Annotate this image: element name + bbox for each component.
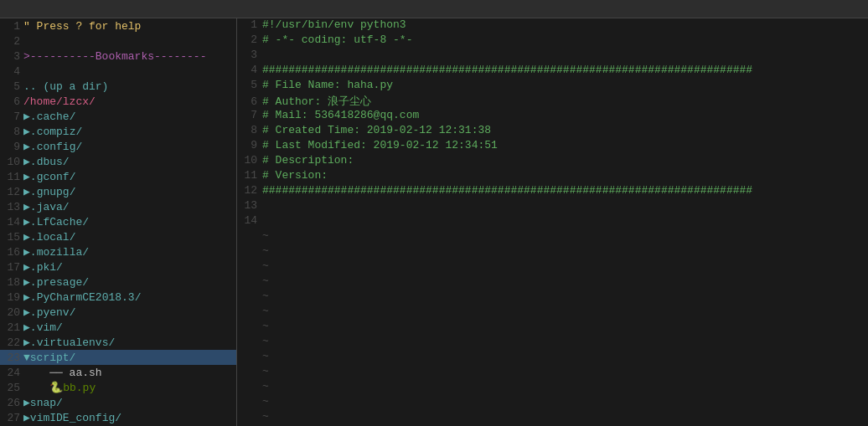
sidebar-line[interactable]: 15▶.local/ (0, 229, 236, 244)
sidebar-line[interactable]: 17▶.pki/ (0, 259, 236, 275)
sidebar-line[interactable]: 22▶.virtualenvs/ (0, 335, 236, 350)
sidebar-line-number: 1 (2, 20, 20, 33)
editor-line[interactable]: 4#######################################… (237, 64, 868, 79)
editor-line[interactable]: 12######################################… (237, 184, 868, 199)
sidebar-line-content: ▶.pki/ (23, 260, 235, 274)
sidebar-line[interactable]: 21▶.vim/ (0, 320, 236, 335)
editor-line-content: ########################################… (262, 64, 866, 76)
editor-tilde-char: ~ (262, 410, 269, 423)
sidebar-line[interactable]: 3>----------Bookmarks-------- (0, 49, 236, 64)
editor-tilde-line: ~ (237, 365, 868, 380)
editor-line[interactable]: 7# Mail: 536418286@qq.com (237, 109, 868, 124)
sidebar-line[interactable]: 26▶snap/ (0, 395, 236, 410)
sidebar-line[interactable]: 9▶.config/ (0, 139, 236, 154)
sidebar-line-content: ▶.vim/ (23, 321, 235, 334)
editor-line[interactable]: 3 (237, 49, 868, 64)
editor-line-number: 1 (239, 18, 257, 31)
sidebar-line[interactable]: 7▶.cache/ (0, 109, 236, 124)
sidebar-line-content: ▶.compiz/ (23, 125, 235, 138)
sidebar-line[interactable]: 12▶.gnupg/ (0, 184, 236, 199)
editor-tilde-char: ~ (262, 290, 269, 302)
sidebar-line[interactable]: 4 (0, 64, 236, 79)
editor-line[interactable]: 11# Version: (237, 169, 868, 184)
sidebar-line-number: 23 (2, 352, 20, 364)
sidebar-line[interactable]: 23▼script/ (0, 350, 236, 365)
sidebar-line-content: /home/lzcx/ (23, 95, 235, 108)
editor-line-content: #!/usr/bin/env python3 (262, 18, 866, 31)
editor-tilde-line: ~ (237, 229, 868, 244)
editor-line[interactable]: 1#!/usr/bin/env python3 (237, 18, 868, 33)
editor-tilde-char: ~ (262, 350, 269, 362)
sidebar-line-number: 14 (2, 216, 20, 228)
sidebar-line[interactable]: 2 (0, 33, 236, 49)
editor-tilde-line: ~ (237, 244, 868, 259)
editor-tilde-char: ~ (262, 380, 269, 393)
sidebar-line[interactable]: 25 🐍bb.py (0, 380, 236, 395)
editor-line-number: 6 (239, 95, 257, 108)
sidebar-line-content: ▶snap/ (23, 396, 235, 409)
sidebar-line[interactable]: 18▶.presage/ (0, 275, 236, 290)
editor-line[interactable]: 10# Description: (237, 154, 868, 169)
editor-line[interactable]: 2# -*- coding: utf-8 -*- (237, 33, 868, 49)
sidebar-line-content: ▶.java/ (23, 200, 235, 213)
editor-line[interactable]: 6# Author: 浪子尘心 (237, 94, 868, 109)
sidebar-line-content: ▶.local/ (23, 230, 235, 244)
sidebar-line[interactable]: 11▶.gconf/ (0, 169, 236, 184)
sidebar-line[interactable]: 6/home/lzcx/ (0, 94, 236, 109)
sidebar-line[interactable]: 24 ── aa.sh (0, 365, 236, 380)
sidebar-line-number: 24 (2, 367, 20, 379)
sidebar-line[interactable]: 8▶.compiz/ (0, 124, 236, 139)
editor-tilde-char: ~ (262, 275, 269, 287)
editor-tilde-char: ~ (262, 335, 269, 347)
editor-pane[interactable]: 1#!/usr/bin/env python32# -*- coding: ut… (237, 18, 868, 426)
editor-line[interactable]: 8# Created Time: 2019-02-12 12:31:38 (237, 124, 868, 139)
sidebar-line[interactable]: 27▶vimIDE_config/ (0, 410, 236, 425)
sidebar-line-number: 13 (2, 201, 20, 213)
main-content: 1" Press ? for help23>----------Bookmark… (0, 18, 868, 426)
editor-line-number: 2 (239, 33, 257, 46)
editor-line-content: # Author: 浪子尘心 (262, 94, 866, 109)
editor-tilde-line: ~ (237, 335, 868, 350)
editor-line-number: 7 (239, 109, 257, 121)
editor-tilde-line: ~ (237, 305, 868, 320)
sidebar-line-number: 12 (2, 186, 20, 198)
sidebar-line[interactable]: 20▶.pyenv/ (0, 305, 236, 320)
editor-line-number: 4 (239, 64, 257, 76)
sidebar-line-content: ▶vimIDE_config/ (23, 411, 235, 424)
editor-line[interactable]: 5# File Name: haha.py (237, 79, 868, 94)
editor-line-content: # File Name: haha.py (262, 79, 866, 91)
sidebar-line-content: ▶.mozilla/ (23, 245, 235, 259)
sidebar-line-number: 10 (2, 156, 20, 168)
sidebar-line-content: >----------Bookmarks-------- (23, 50, 235, 63)
sidebar-line[interactable]: 14▶.LfCache/ (0, 214, 236, 229)
editor-line[interactable]: 14 (237, 214, 868, 229)
sidebar-line[interactable]: 5.. (up a dir) (0, 79, 236, 94)
sidebar-line-number: 19 (2, 291, 20, 304)
sidebar-line-number: 11 (2, 171, 20, 183)
editor-tilde-char: ~ (262, 244, 269, 257)
editor-line-number: 8 (239, 124, 257, 136)
sidebar-line[interactable]: 16▶.mozilla/ (0, 244, 236, 259)
sidebar-line[interactable]: 13▶.java/ (0, 199, 236, 214)
sidebar-line-number: 20 (2, 306, 20, 319)
sidebar-line-content: ── aa.sh (23, 367, 235, 379)
nerdtree-sidebar[interactable]: 1" Press ? for help23>----------Bookmark… (0, 18, 237, 426)
sidebar-line-content: ▶.presage/ (23, 275, 235, 289)
editor-tilde-line: ~ (237, 290, 868, 305)
sidebar-line[interactable]: 1" Press ? for help (0, 18, 236, 33)
editor-line[interactable]: 13 (237, 199, 868, 214)
editor-line-content: ########################################… (262, 184, 866, 197)
editor-line[interactable]: 9# Last Modified: 2019-02-12 12:34:51 (237, 139, 868, 154)
sidebar-line-content: ▶.virtualenvs/ (23, 336, 235, 349)
sidebar-line-content: 🐍bb.py (23, 381, 235, 394)
editor-tilde-char: ~ (262, 259, 269, 272)
sidebar-line-number: 21 (2, 321, 20, 334)
editor-tilde-line: ~ (237, 380, 868, 395)
editor-tilde-char: ~ (262, 365, 269, 377)
editor-line-content: # Version: (262, 169, 866, 182)
title-bar (0, 0, 868, 18)
sidebar-line[interactable]: 10▶.dbus/ (0, 154, 236, 169)
editor-tilde-line: ~ (237, 259, 868, 275)
sidebar-line[interactable]: 19▶.PyCharmCE2018.3/ (0, 290, 236, 305)
sidebar-line-number: 3 (2, 50, 20, 63)
